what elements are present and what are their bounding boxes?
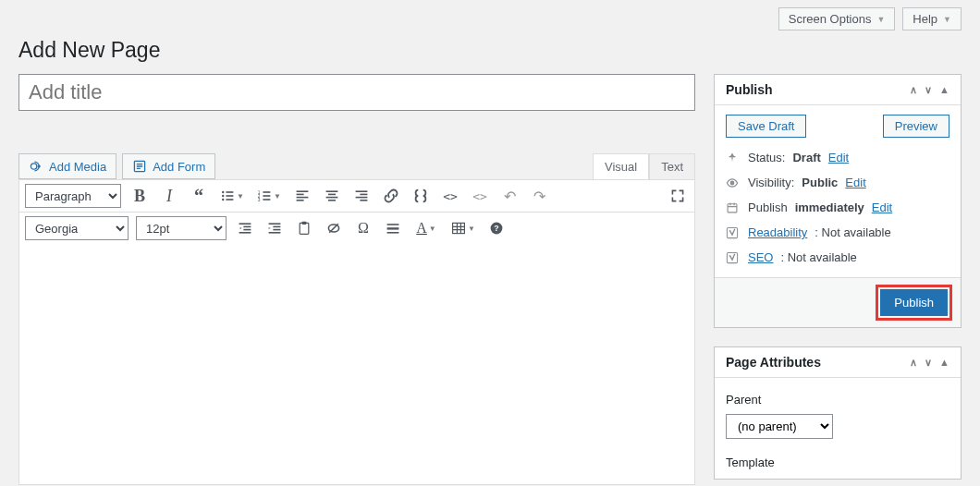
svg-rect-26: [239, 223, 251, 225]
svg-rect-40: [453, 223, 465, 233]
svg-rect-33: [269, 232, 281, 234]
seo-link[interactable]: SEO: [748, 250, 773, 264]
edit-visibility-link[interactable]: Edit: [845, 176, 865, 189]
indent-icon[interactable]: [263, 217, 286, 239]
preview-button[interactable]: Preview: [883, 115, 949, 138]
help-icon[interactable]: ?: [485, 217, 508, 239]
bullet-list-icon[interactable]: ▼: [217, 185, 247, 207]
add-form-label: Add Form: [153, 160, 205, 174]
align-center-icon[interactable]: [321, 185, 343, 207]
tab-visual[interactable]: Visual: [593, 153, 649, 179]
svg-rect-44: [728, 203, 737, 212]
publish-box-title: Publish: [726, 82, 773, 97]
svg-rect-30: [269, 223, 281, 225]
screen-options-button[interactable]: Screen Options ▼: [778, 7, 896, 30]
edit-schedule-link[interactable]: Edit: [872, 200, 892, 214]
italic-icon[interactable]: I: [158, 185, 180, 207]
special-char-icon[interactable]: Ω: [352, 217, 374, 239]
align-left-icon[interactable]: [291, 185, 313, 207]
schedule-value: immediately: [795, 200, 864, 214]
main-column: Add Media Add Form Visual Text Paragraph…: [18, 74, 695, 485]
undo-icon[interactable]: ↶: [498, 185, 521, 207]
page-attributes-title: Page Attributes: [726, 355, 821, 370]
move-down-icon[interactable]: ∨: [925, 84, 932, 96]
schedule-label: Publish: [748, 200, 788, 214]
help-button[interactable]: Help ▼: [902, 7, 962, 30]
title-input[interactable]: [18, 74, 695, 111]
fullscreen-icon[interactable]: [667, 185, 689, 207]
text-color-icon[interactable]: A▼: [411, 217, 441, 239]
help-label: Help: [913, 12, 937, 26]
svg-rect-37: [387, 224, 399, 225]
fontsize-select[interactable]: 12pt: [136, 216, 227, 240]
svg-rect-25: [360, 200, 367, 201]
move-up-icon[interactable]: ∧: [910, 357, 917, 369]
visibility-value: Public: [802, 176, 838, 189]
toolbar-row-1: Paragraph B I “ ▼ 123▼ <> <> ↶ ↷: [19, 180, 694, 213]
svg-rect-27: [243, 226, 251, 228]
svg-rect-16: [297, 197, 309, 199]
readability-value: : Not available: [815, 225, 890, 239]
code-icon[interactable]: <>: [439, 185, 461, 207]
svg-rect-9: [263, 191, 270, 193]
yoast-icon: [726, 251, 741, 264]
seo-value: : Not available: [780, 250, 856, 264]
svg-rect-39: [387, 232, 399, 234]
svg-rect-34: [300, 223, 309, 234]
calendar-icon: [726, 201, 741, 214]
caret-down-icon: ▼: [943, 15, 951, 24]
shortcode-icon[interactable]: [410, 185, 432, 207]
collapse-icon[interactable]: ▲: [939, 84, 949, 96]
svg-rect-18: [326, 190, 338, 192]
redo-icon[interactable]: ↷: [528, 185, 550, 207]
format-select[interactable]: Paragraph: [25, 184, 121, 208]
yoast-icon: [726, 226, 741, 239]
svg-rect-38: [387, 227, 399, 229]
toolbar-row-2: Georgia 12pt Ω A▼ ▼ ?: [19, 213, 694, 244]
svg-rect-45: [727, 227, 737, 237]
source-icon[interactable]: <>: [469, 185, 491, 207]
publish-box: Publish ∧ ∨ ▲ Save Draft Preview Status:: [714, 74, 962, 328]
svg-rect-20: [326, 197, 338, 199]
svg-point-43: [730, 181, 734, 185]
svg-rect-17: [297, 200, 304, 201]
svg-rect-7: [226, 199, 233, 200]
bold-icon[interactable]: B: [129, 185, 151, 207]
save-draft-button[interactable]: Save Draft: [726, 115, 806, 138]
editor: Paragraph B I “ ▼ 123▼ <> <> ↶ ↷: [18, 179, 695, 485]
editor-body[interactable]: [19, 244, 694, 484]
svg-rect-29: [239, 232, 251, 234]
paste-icon[interactable]: [293, 217, 315, 239]
outdent-icon[interactable]: [234, 217, 256, 239]
add-media-button[interactable]: Add Media: [18, 153, 116, 179]
pin-icon: [726, 152, 741, 164]
add-form-button[interactable]: Add Form: [122, 153, 215, 179]
align-right-icon[interactable]: [350, 185, 373, 207]
table-icon[interactable]: ▼: [448, 217, 478, 239]
sidebar-column: Publish ∧ ∨ ▲ Save Draft Preview Status:: [714, 74, 962, 486]
svg-text:?: ?: [494, 224, 498, 233]
svg-text:3: 3: [258, 198, 261, 202]
blockquote-icon[interactable]: “: [188, 185, 210, 207]
svg-rect-15: [297, 194, 304, 196]
svg-rect-21: [328, 200, 336, 201]
edit-status-link[interactable]: Edit: [828, 151, 849, 164]
move-down-icon[interactable]: ∨: [925, 357, 932, 369]
svg-point-2: [222, 191, 224, 193]
numbered-list-icon[interactable]: 123▼: [254, 185, 284, 207]
link-icon[interactable]: [380, 185, 402, 207]
tab-text[interactable]: Text: [649, 153, 695, 179]
font-select[interactable]: Georgia: [25, 216, 129, 240]
svg-point-4: [222, 195, 224, 197]
hr-icon[interactable]: [382, 217, 404, 239]
readability-link[interactable]: Readability: [748, 225, 807, 239]
collapse-icon[interactable]: ▲: [939, 357, 949, 369]
publish-button[interactable]: Publish: [880, 289, 948, 316]
svg-rect-22: [356, 190, 368, 192]
parent-select[interactable]: (no parent): [726, 414, 833, 439]
svg-rect-46: [727, 252, 737, 262]
add-media-label: Add Media: [49, 160, 106, 174]
move-up-icon[interactable]: ∧: [910, 84, 917, 96]
clear-format-icon[interactable]: [323, 217, 345, 239]
eye-icon: [726, 176, 741, 189]
